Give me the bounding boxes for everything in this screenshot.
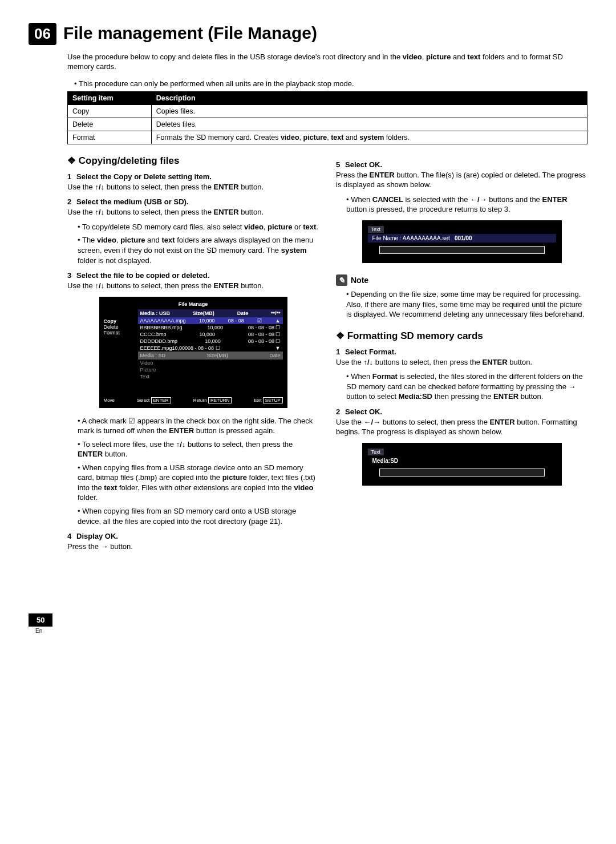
note-icon: ✎ xyxy=(336,274,347,286)
step-5-bullet-1: When CANCEL is selected with the ←/→ but… xyxy=(346,195,587,215)
section-formatting: Formatting SD memory cards xyxy=(336,330,587,342)
step-4-title: 4Display OK. xyxy=(67,532,319,540)
step-3-bullet-4: When copying files from an SD memory car… xyxy=(78,506,319,526)
ui-file-row: EEEEEE.mpg10,00008 - 08 - 08 ☐▼ xyxy=(138,345,283,352)
ui-file-row: BBBBBBBBB.mpg10,00008 - 08 - 08 ☐ xyxy=(138,324,283,331)
step-3-title: 3Select the file to be copied or deleted… xyxy=(67,271,319,280)
step-1-title: 1Select the Copy or Delete setting item. xyxy=(67,172,319,181)
intro-paragraph: Use the procedure below to copy and dele… xyxy=(67,53,587,72)
step-3-body: Use the ↑/↓ buttons to select, then pres… xyxy=(67,281,319,291)
progress-media: Media:SD xyxy=(368,457,556,465)
ui-date-header: Date xyxy=(237,310,249,316)
up-down-arrows-icon: ↑/↓ xyxy=(95,183,104,191)
chapter-header: 06 File management (File Manage) xyxy=(29,23,587,45)
right-column: 5Select OK. Press the ENTER button. The … xyxy=(336,155,587,556)
progress-bar xyxy=(379,246,545,254)
intro-bullet: This procedure can only be performed whe… xyxy=(74,79,587,88)
progress-label: Text xyxy=(368,226,384,233)
triangle-up-icon: ▲ xyxy=(275,318,281,324)
ui-folder-video: Video xyxy=(138,360,283,366)
triangle-down-icon: ▼ xyxy=(275,345,281,351)
step-2-title: 2Select the medium (USB or SD). xyxy=(67,197,319,206)
progress-counter: 001/00 xyxy=(455,235,472,241)
page-number: 50 xyxy=(29,613,52,627)
ui-menu-format: Format xyxy=(104,330,138,336)
fmt-step-1-bullet: When Format is selected, the files store… xyxy=(346,371,587,402)
up-down-arrows-icon: ↑/↓ xyxy=(363,358,373,366)
up-down-arrows-icon: ↑/↓ xyxy=(95,281,104,290)
fmt-step-1-title: 1Select Format. xyxy=(336,348,587,356)
ui-folder-text: Text xyxy=(138,373,283,380)
step-5-title: 5Select OK. xyxy=(336,160,587,169)
table-row: CopyCopies files. xyxy=(68,104,587,118)
note-heading: ✎ Note xyxy=(336,274,587,286)
ui-folder-picture: Picture xyxy=(138,366,283,373)
progress-dialog-copy: Text File Name : AAAAAAAAAA.set 001/00 xyxy=(362,220,562,263)
ui-file-row: CCCC.bmp10,00008 - 08 - 08 ☐ xyxy=(138,331,283,338)
up-down-arrows-icon: ↑/↓ xyxy=(176,440,186,449)
progress-bar xyxy=(379,469,545,476)
step-2-bullet-1: To copy/delete SD memory card files, als… xyxy=(78,222,319,232)
file-manage-ui: File Manage Media : USB Size(MB) Date **… xyxy=(99,297,287,408)
step-4-body: Press the → button. xyxy=(67,542,319,552)
ui-page-indicator: **/** xyxy=(271,310,281,316)
left-right-arrows-icon: ←/→ xyxy=(363,418,380,426)
ui-menu-copy: Copy xyxy=(104,318,138,324)
step-5-body: Press the ENTER button. The file(s) is (… xyxy=(336,170,587,190)
ui-file-row: DDDDDDD.bmp10,00008 - 08 - 08 ☐ xyxy=(138,338,283,345)
ui-return-button: RETURN xyxy=(208,397,232,403)
chapter-title: File management (File Manage) xyxy=(63,23,317,43)
ui-title: File Manage xyxy=(104,301,283,307)
right-arrow-icon: → xyxy=(101,542,108,551)
table-header-desc: Description xyxy=(151,91,587,104)
step-1-body: Use the ↑/↓ buttons to select, then pres… xyxy=(67,182,319,192)
step-3-bullet-2: To select more files, use the ↑/↓ button… xyxy=(78,439,319,459)
left-right-arrows-icon: ←/→ xyxy=(470,195,487,204)
table-row: DeleteDeletes files. xyxy=(68,118,587,131)
ui-media-sd: Media : SD xyxy=(140,353,166,358)
step-2-body: Use the ↑/↓ buttons to select, then pres… xyxy=(67,207,319,217)
ui-enter-button: ENTER xyxy=(151,397,171,403)
step-2-bullet-2: The video, picture and text folders are … xyxy=(78,235,319,265)
ui-media-usb: Media : USB xyxy=(140,310,171,316)
fmt-step-2-title: 2Select OK. xyxy=(336,407,587,416)
step-3-bullet-1: A check mark ☑ appears in the check box … xyxy=(78,416,319,436)
table-header-item: Setting item xyxy=(68,91,152,104)
page-language: En xyxy=(35,628,587,634)
ui-size-header: Size(MB) xyxy=(193,310,214,316)
fmt-step-2-body: Use the ←/→ buttons to select, then pres… xyxy=(336,417,587,437)
fmt-step-1-body: Use the ↑/↓ buttons to select, then pres… xyxy=(336,357,587,368)
ui-setup-button: SETUP xyxy=(263,397,283,403)
ui-menu-delete: Delete xyxy=(104,324,138,330)
section-copying-deleting: Copying/deleting files xyxy=(67,155,319,167)
note-bullet: Depending on the file size, some time ma… xyxy=(346,289,587,320)
right-arrow-icon: → xyxy=(568,382,576,391)
settings-table: Setting item Description CopyCopies file… xyxy=(67,91,587,144)
progress-dialog-format: Text Media:SD xyxy=(362,443,562,486)
ui-file-row: AAAAAAAAAA.mpg10,00008 - 08☑▲ xyxy=(138,317,283,324)
ui-footer-move: Move xyxy=(104,398,115,403)
table-row: Format Formats the SD memory card. Creat… xyxy=(68,131,587,144)
left-column: Copying/deleting files 1Select the Copy … xyxy=(67,155,319,556)
step-3-bullet-3: When copying files from a USB storage de… xyxy=(78,463,319,503)
up-down-arrows-icon: ↑/↓ xyxy=(95,208,104,216)
chapter-number-badge: 06 xyxy=(29,23,56,45)
progress-filename: File Name : AAAAAAAAAA.set xyxy=(372,235,450,241)
progress-label: Text xyxy=(368,449,384,455)
checkbox-checked-icon: ☑ xyxy=(257,318,262,324)
